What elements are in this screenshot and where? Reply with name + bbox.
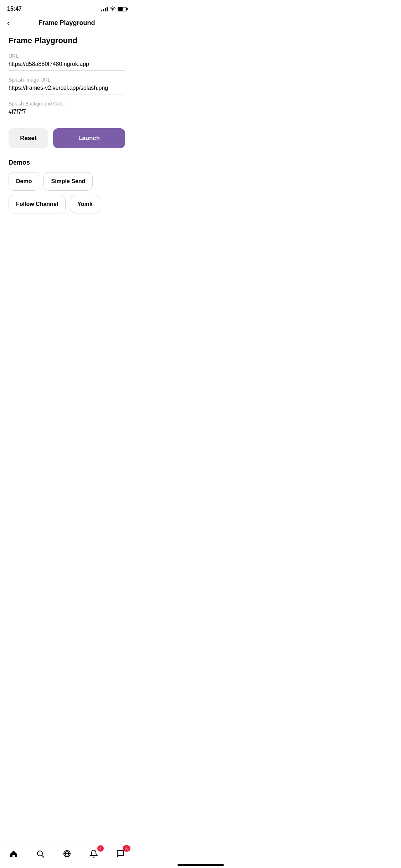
wifi-icon (110, 6, 115, 11)
splash-bg-color-label: Splash Background Color (9, 101, 125, 107)
svg-point-0 (112, 10, 113, 11)
nav-header: ‹ Frame Playground (0, 16, 134, 32)
demo-chip-yoink[interactable]: Yoink (70, 195, 100, 213)
launch-button[interactable]: Launch (53, 128, 125, 148)
demos-section: Demos Demo Simple Send Follow Channel Yo… (9, 159, 125, 213)
status-bar: 15:47 (0, 0, 134, 16)
splash-image-field-group: Splash Image URL (9, 77, 125, 94)
demo-chip-demo[interactable]: Demo (9, 172, 39, 191)
demo-chip-simple-send[interactable]: Simple Send (43, 172, 93, 191)
splash-bg-color-input[interactable] (9, 109, 125, 118)
splash-bg-color-field-group: Splash Background Color (9, 101, 125, 118)
main-content: Frame Playground URL Splash Image URL Sp… (0, 32, 134, 213)
status-time: 15:47 (7, 6, 22, 12)
demos-grid: Demo Simple Send Follow Channel Yoink (9, 172, 125, 213)
nav-title: Frame Playground (38, 19, 95, 27)
url-field-group: URL (9, 53, 125, 71)
reset-button[interactable]: Reset (9, 128, 48, 148)
demo-chip-follow-channel[interactable]: Follow Channel (9, 195, 66, 213)
status-icons (101, 6, 127, 11)
url-label: URL (9, 53, 125, 59)
splash-image-label: Splash Image URL (9, 77, 125, 83)
demos-title: Demos (9, 159, 125, 166)
splash-image-input[interactable] (9, 85, 125, 94)
action-buttons: Reset Launch (9, 128, 125, 148)
url-input[interactable] (9, 61, 125, 71)
back-button[interactable]: ‹ (7, 19, 10, 27)
signal-icon (101, 6, 108, 11)
battery-icon (118, 7, 127, 11)
page-title: Frame Playground (9, 36, 125, 45)
